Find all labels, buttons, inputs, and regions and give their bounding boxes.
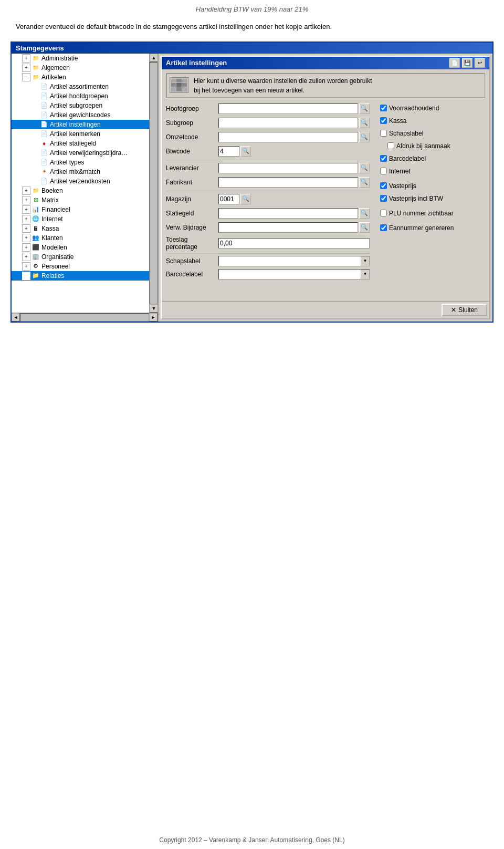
btwcode-search-button[interactable]: 🔍 [240,146,251,157]
schapslabel-select[interactable] [219,256,369,266]
sidebar-item-organisatie[interactable]: + 🏢 Organisatie [12,252,149,262]
sidebar-item-modellen[interactable]: + ⬛ Modellen [12,243,149,252]
form-divider3 [166,253,370,254]
no-expander [30,168,39,176]
doc-icon: 📄 [40,120,48,129]
scroll-right-button[interactable]: ► [149,313,158,322]
barcodelabel-label: Barcodelabel [166,271,218,278]
omzetcode-input[interactable] [218,132,358,142]
barcodelabel-dropdown[interactable]: ▼ [218,269,370,279]
barcodelabel-checkbox[interactable] [380,155,387,162]
fabrikant-search-button[interactable]: 🔍 [359,177,370,188]
sidebar-item-financieel[interactable]: + 📊 Financieel [12,205,149,214]
schapslabel-checkbox[interactable] [380,130,387,137]
doc-icon: 📄 [40,111,48,119]
expander-icon[interactable]: + [22,205,30,214]
expander-icon[interactable]: + [22,215,30,223]
sidebar-item-artikel-instellingen[interactable]: 📄 Artikel instellingen [12,120,149,129]
kassa-checkbox[interactable] [380,117,387,124]
sidebar-item-artikel-verwijderingsbijdrage[interactable]: 📄 Artikel verwijderingsbijdra… [12,148,149,158]
folder-icon: ⬛ [32,243,40,252]
sidebar-item-internet[interactable]: + 🌐 Internet [12,214,149,224]
folder-icon: 👥 [32,234,40,242]
no-expander [30,149,39,157]
scroll-track [150,62,158,304]
scroll-up-button[interactable]: ▲ [150,54,158,62]
verw-bijdrage-input[interactable] [218,222,358,233]
expander-icon[interactable]: + [22,234,30,242]
new-button[interactable]: 📄 [449,58,460,68]
sidebar-item-artikel-statiegeld[interactable]: ♦ Artikel statiegeld [12,139,149,148]
sidebar-item-matrix[interactable]: + ⊞ Matrix [12,195,149,205]
horizontal-scrollbar[interactable]: ◄ ► [12,313,158,322]
sidebar-item-personeel[interactable]: + ⚙ Personeel [12,262,149,271]
sidebar-item-kassa[interactable]: + 🖩 Kassa [12,224,149,233]
expander-icon[interactable]: + [22,243,30,252]
hoofdgroep-search-button[interactable]: 🔍 [359,103,370,114]
no-expander [30,177,39,185]
expander-icon[interactable]: + [22,262,30,271]
expander-icon[interactable]: − [22,73,30,81]
no-expander [30,92,39,100]
expander-icon[interactable]: + [22,224,30,233]
sidebar-item-boeken[interactable]: + 📁 Boeken [12,186,149,195]
expander-icon[interactable]: + [22,196,30,204]
expander-icon[interactable]: + [22,54,30,63]
sidebar-item-klanten[interactable]: + 👥 Klanten [12,233,149,243]
scroll-left-button[interactable]: ◄ [12,313,20,322]
vertical-scrollbar[interactable]: ▲ ▼ [149,54,158,313]
expander-icon[interactable]: + [22,64,30,72]
sidebar-item-artikel-types[interactable]: 📄 Artikel types [12,158,149,167]
afdruk-bij-aanmaak-checkbox[interactable] [387,142,394,149]
statiegeld-input[interactable] [218,208,358,219]
magazijn-search-button[interactable]: 🔍 [240,194,251,204]
sidebar-item-artikel-verzendkosten[interactable]: 📄 Artikel verzendkosten [12,177,149,186]
subgroep-input[interactable] [218,118,358,128]
internet-checkbox[interactable] [380,168,387,174]
expander-icon[interactable]: + [22,253,30,261]
schapslabel-dropdown[interactable]: ▼ [218,256,370,266]
btwcode-input[interactable] [218,146,239,157]
omzetcode-search-button[interactable]: 🔍 [359,132,370,142]
tree-panel-inner: + 📁 Administratie + 📁 Algemeen − 📁 [12,54,158,313]
leverancier-search-button[interactable]: 🔍 [359,163,370,173]
eannummer-genereren-checkbox[interactable] [380,224,387,231]
vasteprijs-incl-btw-checkbox[interactable] [380,195,387,202]
plu-nummer-zichtbaar-checkbox[interactable] [380,210,387,216]
sidebar-item-label: Artikelen [41,74,66,81]
sidebar-item-administratie[interactable]: + 📁 Administratie [12,54,149,63]
scroll-down-button[interactable]: ▼ [150,304,158,313]
sidebar-item-artikel-mixmatch[interactable]: ✦ Artikel mix&match [12,167,149,177]
sidebar-item-artikelen[interactable]: − 📁 Artikelen [12,73,149,82]
subgroep-row: Subgroep 🔍 [166,117,370,129]
barcodelabel-select[interactable] [219,270,369,279]
sidebar-item-algemeen[interactable]: + 📁 Algemeen [12,63,149,73]
verw-bijdrage-search-button[interactable]: 🔍 [359,222,370,233]
subgroep-search-button[interactable]: 🔍 [359,118,370,128]
fabrikant-input[interactable] [218,177,358,188]
sidebar-item-artikel-assortimenten[interactable]: 📄 Artikel assortimenten [12,82,149,91]
sidebar-item-artikel-subgroepen[interactable]: 📄 Artikel subgroepen [12,101,149,110]
sidebar-item-label: Kassa [41,225,59,232]
leverancier-input[interactable] [218,163,358,173]
sidebar-item-artikel-kenmerken[interactable]: 📄 Artikel kenmerken [12,129,149,139]
hoofdgroep-input[interactable] [218,103,358,114]
voorraadhoudend-checkbox[interactable] [380,105,387,111]
save-button[interactable]: 💾 [462,58,472,68]
expander-icon[interactable]: + [22,272,30,280]
leverancier-label: Leverancier [166,164,218,172]
statiegeld-search-button[interactable]: 🔍 [359,208,370,219]
vasteprijs-checkbox[interactable] [380,182,387,189]
tree-content: + 📁 Administratie + 📁 Algemeen − 📁 [12,54,149,313]
sidebar-item-artikel-hoofdgroepen[interactable]: 📄 Artikel hoofdgroepen [12,91,149,101]
toeslag-input[interactable] [218,238,370,249]
sidebar-item-relaties[interactable]: + 📁 Relaties [12,271,149,281]
undo-button[interactable]: ↩ [475,58,485,68]
sidebar-item-label: Artikel hoofdgroepen [50,92,108,100]
expander-icon[interactable]: + [22,187,30,195]
sluiten-button[interactable]: ✕ Sluiten [442,304,487,316]
magazijn-input[interactable] [218,194,239,204]
sidebar-item-artikel-gewichtscodes[interactable]: 📄 Artikel gewichtscodes [12,110,149,120]
omzetcode-row: Omzetcode 🔍 [166,131,370,143]
folder-icon: ⊞ [32,196,40,204]
